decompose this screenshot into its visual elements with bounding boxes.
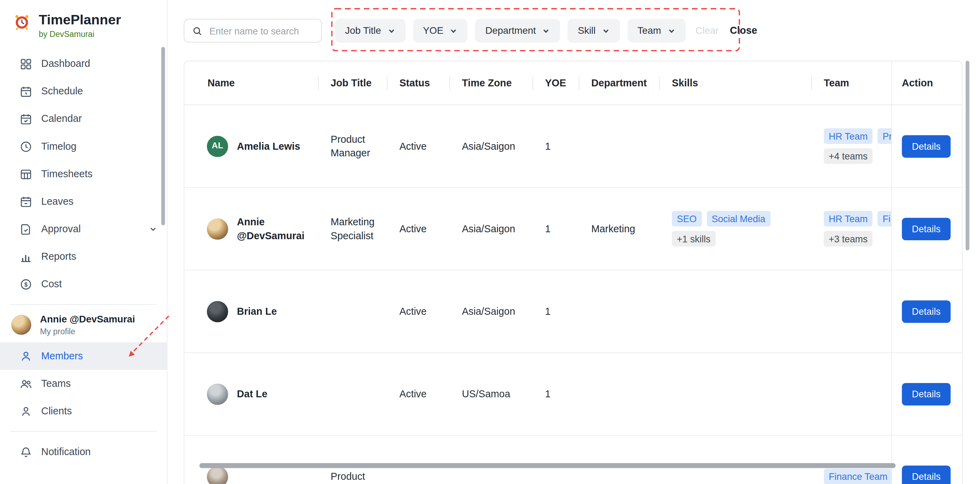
- horizontal-scrollbar[interactable]: [199, 463, 896, 468]
- schedule-icon: [19, 85, 33, 99]
- profile-name: Annie @DevSamurai: [40, 314, 135, 325]
- clients-icon: [19, 404, 33, 418]
- cell-skills: [660, 105, 812, 187]
- sidebar-item-label: Calendar: [41, 114, 82, 124]
- sidebar-item-label: Cost: [41, 279, 62, 289]
- filter-label: Job Title: [345, 25, 381, 36]
- table-body: AL Amelia Lewis Product Manager Active A…: [184, 105, 962, 484]
- cell-job-title: [319, 353, 388, 435]
- filter-team[interactable]: Team: [627, 19, 686, 43]
- close-filters-button[interactable]: Close: [730, 25, 757, 36]
- sidebar-divider: [10, 304, 157, 305]
- cell-yoe: 1: [533, 188, 579, 270]
- cell-skills: [660, 353, 812, 435]
- brand: TimePlanner by DevSamurai: [0, 0, 167, 43]
- details-button[interactable]: Details: [902, 465, 950, 484]
- column-header-team[interactable]: Team: [812, 61, 891, 104]
- search-input[interactable]: [208, 25, 314, 37]
- chevron-down-icon: [667, 26, 675, 35]
- sidebar-item-label: Approval: [41, 224, 81, 234]
- sidebar-item-timelog[interactable]: Timelog: [0, 133, 167, 160]
- details-button[interactable]: Details: [902, 217, 950, 240]
- cell-team: HR Team Fi +3 teams: [812, 188, 891, 270]
- sidebar-item-members[interactable]: Members: [0, 342, 167, 370]
- reports-icon: [19, 250, 33, 264]
- column-header-name[interactable]: Name: [184, 61, 318, 104]
- sidebar-item-cost[interactable]: $ Cost: [0, 270, 167, 298]
- sidebar-item-label: Timelog: [41, 142, 76, 152]
- cell-team: HR Team Pr +4 teams: [812, 105, 891, 187]
- profile-item[interactable]: Annie @DevSamurai My profile: [0, 311, 167, 343]
- main-content: Job Title YOE Department Skill Team: [168, 0, 980, 484]
- member-name: Amelia Lewis: [237, 139, 300, 153]
- cell-yoe: [533, 436, 579, 484]
- team-chip: Finance Team: [824, 469, 891, 484]
- topbar: Job Title YOE Department Skill Team: [184, 19, 980, 43]
- team-chip: Fi: [878, 211, 891, 227]
- sidebar-item-label: Notification: [41, 447, 91, 457]
- sidebar-item-approval[interactable]: Approval: [0, 216, 167, 243]
- clear-filters-button[interactable]: Clear: [695, 25, 719, 36]
- filter-department[interactable]: Department: [476, 19, 560, 43]
- team-chip: HR Team: [824, 211, 873, 227]
- sidebar-item-leaves[interactable]: Leaves: [0, 188, 167, 215]
- vertical-scrollbar[interactable]: [966, 61, 970, 250]
- cell-job-title: [319, 270, 388, 352]
- app-logo-icon: [13, 13, 31, 34]
- chevron-down-icon[interactable]: [148, 224, 158, 234]
- sidebar-item-calendar[interactable]: Calendar: [0, 105, 167, 133]
- sidebar-item-timesheets[interactable]: Timesheets: [0, 160, 167, 188]
- search-box[interactable]: [184, 19, 322, 43]
- sidebar-scrollbar[interactable]: [161, 47, 165, 225]
- filter-group: Job Title YOE Department Skill Team: [335, 19, 686, 43]
- sidebar-item-notification[interactable]: Notification: [0, 438, 167, 466]
- cell-department: [579, 353, 660, 435]
- column-header-yoe[interactable]: YOE: [533, 61, 579, 104]
- cell-skills: [660, 270, 812, 352]
- cell-status: Active: [387, 270, 450, 352]
- column-header-action: Action: [891, 61, 961, 104]
- cell-status: Active: [387, 188, 450, 270]
- filter-skill[interactable]: Skill: [568, 19, 620, 43]
- svg-text:$: $: [24, 281, 27, 288]
- cell-time-zone: Asia/Saigon: [450, 105, 533, 187]
- timelog-icon: [19, 140, 33, 153]
- column-header-status[interactable]: Status: [387, 61, 450, 104]
- team-chip: Pr: [878, 128, 891, 144]
- team-chip: HR Team: [824, 128, 873, 144]
- app-subtitle: by DevSamurai: [38, 30, 121, 39]
- sidebar-item-label: Leaves: [41, 197, 74, 207]
- member-name: Brian Le: [237, 305, 277, 318]
- column-header-skills[interactable]: Skills: [660, 61, 812, 104]
- details-button[interactable]: Details: [902, 300, 950, 323]
- sidebar-item-teams[interactable]: Teams: [0, 370, 167, 397]
- cell-skills: [660, 436, 812, 484]
- skill-chip: Social Media: [706, 211, 770, 227]
- avatar: AL: [207, 136, 228, 157]
- sidebar-nav: Dashboard Schedule Calendar Timelog: [0, 50, 167, 298]
- filter-yoe[interactable]: YOE: [413, 19, 468, 43]
- leaves-icon: [19, 195, 33, 209]
- details-button[interactable]: Details: [902, 135, 950, 157]
- cell-status: Active: [387, 353, 450, 435]
- teams-icon: [19, 377, 33, 391]
- cell-department: [579, 270, 660, 352]
- cell-skills: SEO Social Media +1 skills: [660, 188, 812, 270]
- filter-label: Skill: [578, 25, 595, 36]
- details-button[interactable]: Details: [902, 383, 950, 405]
- column-header-time-zone[interactable]: Time Zone: [450, 61, 533, 104]
- filter-job-title[interactable]: Job Title: [335, 19, 406, 43]
- sidebar-item-schedule[interactable]: Schedule: [0, 78, 167, 105]
- sidebar-item-clients[interactable]: Clients: [0, 398, 167, 425]
- sidebar-item-label: Schedule: [41, 86, 83, 96]
- cell-action: Details: [891, 105, 961, 187]
- cell-yoe: 1: [533, 353, 579, 435]
- sidebar-item-dashboard[interactable]: Dashboard: [0, 50, 167, 78]
- cell-status: Active: [387, 105, 450, 187]
- screen: TimePlanner by DevSamurai Dashboard Sche…: [0, 0, 980, 484]
- sidebar-item-reports[interactable]: Reports: [0, 243, 167, 270]
- cell-team: [812, 270, 891, 352]
- sidebar-item-label: Teams: [41, 379, 71, 389]
- column-header-job-title[interactable]: Job Title: [319, 61, 388, 104]
- column-header-department[interactable]: Department: [579, 61, 660, 104]
